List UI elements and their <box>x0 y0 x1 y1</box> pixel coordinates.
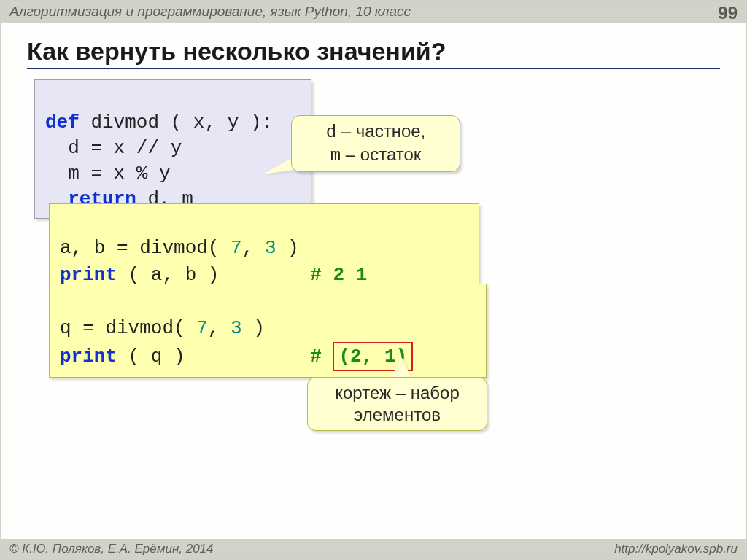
callout-tail <box>391 357 411 378</box>
header-subject: Алгоритмизация и программирование, язык … <box>9 4 411 20</box>
callout-tuple: кортеж – набор элементов <box>307 377 487 431</box>
kw-print: print <box>60 264 117 286</box>
header-bar: Алгоритмизация и программирование, язык … <box>1 1 746 23</box>
kw-def: def <box>45 112 80 133</box>
slide-title: Как вернуть несколько значений? <box>27 37 446 66</box>
title-underline <box>27 68 720 69</box>
code-block-call-tuple: q = divmod( 7, 3 ) print ( q ) # (2, 1) <box>49 284 487 378</box>
code-block-call-unpack: a, b = divmod( 7, 3 ) print ( a, b ) # 2… <box>49 203 479 295</box>
callout-quotient-remainder: d – частное, m – остаток <box>291 115 460 172</box>
kw-print: print <box>60 346 117 368</box>
footer-copyright: © К.Ю. Поляков, Е.А. Ерёмин, 2014 <box>9 542 214 556</box>
footer-bar: © К.Ю. Поляков, Е.А. Ерёмин, 2014 http:/… <box>1 539 746 559</box>
code-block-def: def divmod ( x, y ): d = x // y m = x % … <box>34 79 311 219</box>
comment: # 2 1 <box>310 264 367 286</box>
footer-url: http://kpolyakov.spb.ru <box>614 542 738 556</box>
page-number: 99 <box>718 3 738 23</box>
